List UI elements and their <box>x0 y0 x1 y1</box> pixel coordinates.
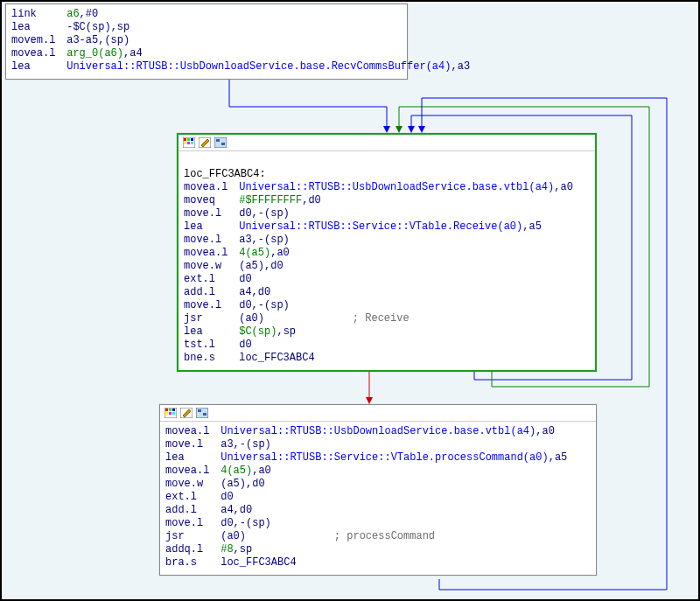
svg-rect-12 <box>165 409 168 411</box>
basic-block-3[interactable]: movea.l Universal::RTUSB::UsbDownloadSer… <box>159 404 597 576</box>
group-icon[interactable] <box>214 136 228 149</box>
svg-rect-10 <box>221 143 225 145</box>
svg-rect-1 <box>184 138 186 141</box>
svg-rect-15 <box>165 412 168 415</box>
svg-rect-16 <box>169 412 172 415</box>
svg-rect-5 <box>187 142 190 144</box>
svg-rect-21 <box>203 413 206 416</box>
svg-rect-2 <box>187 138 190 141</box>
node-toolbar <box>160 405 596 422</box>
svg-rect-13 <box>169 409 172 411</box>
group-icon[interactable] <box>195 407 209 419</box>
basic-block-1[interactable]: link a6,#0 lea -$C(sp),sp movem.l a3-a5,… <box>5 3 408 80</box>
edit-icon[interactable] <box>198 136 212 149</box>
graph-canvas[interactable]: link a6,#0 lea -$C(sp),sp movem.l a3-a5,… <box>2 2 698 599</box>
code-block-1: link a6,#0 lea -$C(sp),sp movem.l a3-a5,… <box>6 4 407 79</box>
svg-rect-4 <box>184 142 186 144</box>
svg-rect-6 <box>191 142 193 144</box>
svg-rect-14 <box>172 409 175 411</box>
svg-rect-3 <box>191 138 193 141</box>
code-block-2: loc_FFC3ABC4: movea.l Universal::RTUSB::… <box>178 151 595 370</box>
svg-rect-9 <box>216 139 220 142</box>
svg-rect-17 <box>172 412 175 415</box>
basic-block-2[interactable]: loc_FFC3ABC4: movea.l Universal::RTUSB::… <box>177 133 597 372</box>
palette-icon[interactable] <box>164 407 178 419</box>
node-toolbar <box>178 135 595 151</box>
edit-icon[interactable] <box>179 407 193 419</box>
svg-rect-20 <box>198 409 201 412</box>
code-block-3: movea.l Universal::RTUSB::UsbDownloadSer… <box>160 422 596 575</box>
palette-icon[interactable] <box>182 136 196 149</box>
